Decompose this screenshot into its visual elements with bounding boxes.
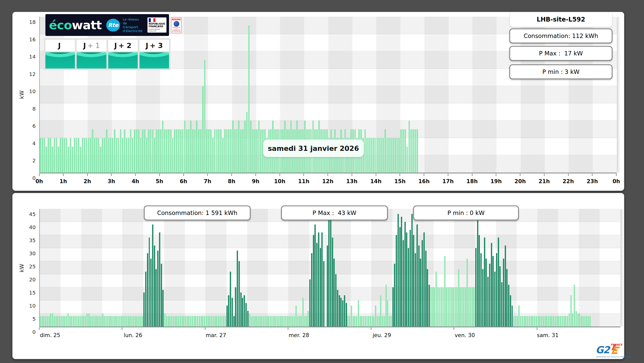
chart-bar xyxy=(470,287,471,327)
chart-bar xyxy=(546,316,547,327)
chart-bar xyxy=(461,287,463,327)
x-axis-tick-label: 14h xyxy=(370,178,381,184)
chart-bar xyxy=(589,316,591,327)
chart-bar xyxy=(271,316,273,327)
day-tab-j1-main: J xyxy=(83,42,86,50)
chart-bar xyxy=(166,129,167,173)
day-tab-j2[interactable]: J+ 2 xyxy=(108,40,138,68)
chart-bar xyxy=(400,129,402,173)
chart-bar xyxy=(372,138,374,173)
chart-bar xyxy=(150,129,152,173)
rf-line1: RÉPUBLIQUE xyxy=(149,23,165,25)
day-tab-j1[interactable]: J+ 1 xyxy=(77,40,106,68)
chart-bar xyxy=(264,316,266,327)
chart-bar xyxy=(214,129,216,173)
ademe-subtitle: AGENCE DE LA TRANSITION ÉCOLOGIQUE xyxy=(172,27,181,32)
chart-bar xyxy=(225,316,226,327)
chart-bar xyxy=(456,287,458,327)
chart-bar xyxy=(70,138,71,173)
x-axis-tick-label: 7h xyxy=(204,178,211,184)
x-axis-tick-label: 18h xyxy=(466,178,478,184)
day-tab-j1-label: J+ 1 xyxy=(77,40,106,51)
chart-bar xyxy=(111,316,112,327)
chart-bar xyxy=(148,129,150,173)
chart-bar xyxy=(379,316,380,327)
chart-bar xyxy=(553,316,554,327)
chart-bar xyxy=(414,129,416,173)
chart-bar xyxy=(538,316,539,327)
chart-bar xyxy=(214,316,216,327)
chart-bar xyxy=(536,316,537,327)
stat-consumption-day-text: Consommation: 112 kWh xyxy=(524,33,598,39)
x-axis-tick xyxy=(376,174,376,176)
chart-bar xyxy=(382,316,383,327)
chart-bar xyxy=(570,295,572,327)
chart-bar xyxy=(370,138,372,173)
chart-bar xyxy=(250,121,252,173)
day-tab-j[interactable]: J xyxy=(45,40,75,68)
chart-scrollbar-vertical[interactable] xyxy=(620,209,623,327)
chart-bar xyxy=(195,316,196,327)
chart-bar xyxy=(582,316,584,327)
chart-bar xyxy=(204,316,205,327)
chart-bar xyxy=(534,316,535,327)
chart-bar xyxy=(245,303,247,327)
chart-bar xyxy=(368,316,369,327)
x-axis-tick-label: 22h xyxy=(562,178,574,184)
chart-bar xyxy=(259,316,261,327)
chart-bar xyxy=(80,147,81,173)
chart-bar xyxy=(209,316,210,327)
chart-bar xyxy=(72,147,73,173)
chart-bar xyxy=(74,138,75,173)
site-title: LHB-site-L592 xyxy=(510,12,612,27)
chart-bar xyxy=(176,316,177,327)
chart-bar xyxy=(444,256,445,327)
rte-logo: Rte Le réseau de transport d'électricité xyxy=(106,17,143,33)
chart-bar xyxy=(510,295,511,327)
chart-bar xyxy=(109,316,110,327)
chart-bar xyxy=(242,298,243,327)
chart-bar xyxy=(116,138,117,173)
chart-bar xyxy=(52,313,53,327)
chart-bar xyxy=(50,313,51,327)
x-axis-tick-label: 0h xyxy=(612,178,620,184)
chart-bar xyxy=(441,287,442,327)
chart-bar xyxy=(427,269,428,327)
x-axis-tick xyxy=(454,328,454,330)
day-tab-j3[interactable]: J+ 3 xyxy=(140,40,169,68)
chart-bar xyxy=(136,316,138,327)
chart-bar xyxy=(97,316,98,327)
chart-bar xyxy=(301,316,302,327)
chart-bar xyxy=(391,316,392,327)
x-axis-tick xyxy=(111,174,112,176)
x-axis-tick xyxy=(496,174,496,176)
chart-bar xyxy=(460,287,461,327)
ecowatt-day-tabs: J J+ 1 J+ 2 J+ 3 xyxy=(44,38,171,70)
x-axis-tick-label: sam. 31 xyxy=(537,332,558,338)
chart-bar xyxy=(168,129,170,173)
chart-bar xyxy=(344,295,345,327)
chart-bar xyxy=(54,138,55,173)
chart-bar xyxy=(574,285,575,327)
rte-badge-icon: Rte xyxy=(106,19,120,32)
chart-bar xyxy=(155,269,157,327)
chart-bar xyxy=(240,129,242,173)
chart-scrollbar-vertical[interactable] xyxy=(617,17,620,173)
chart-bar xyxy=(188,316,190,327)
chart-bar xyxy=(327,246,328,327)
chart-bar xyxy=(302,298,304,327)
chart-bar xyxy=(190,316,191,327)
chart-bar xyxy=(539,316,540,327)
x-axis-tick xyxy=(183,174,184,176)
chart-bar xyxy=(81,316,83,327)
chart-bar xyxy=(463,287,464,327)
chart-bar xyxy=(505,246,506,327)
chart-bar xyxy=(184,121,186,173)
chart-bar xyxy=(337,290,338,327)
chart-bar xyxy=(434,287,435,327)
chart-bar xyxy=(221,316,223,327)
chart-bar xyxy=(56,138,57,173)
french-flag-icon xyxy=(149,18,155,22)
chart-bar xyxy=(170,129,172,173)
chart-bar xyxy=(413,235,414,327)
